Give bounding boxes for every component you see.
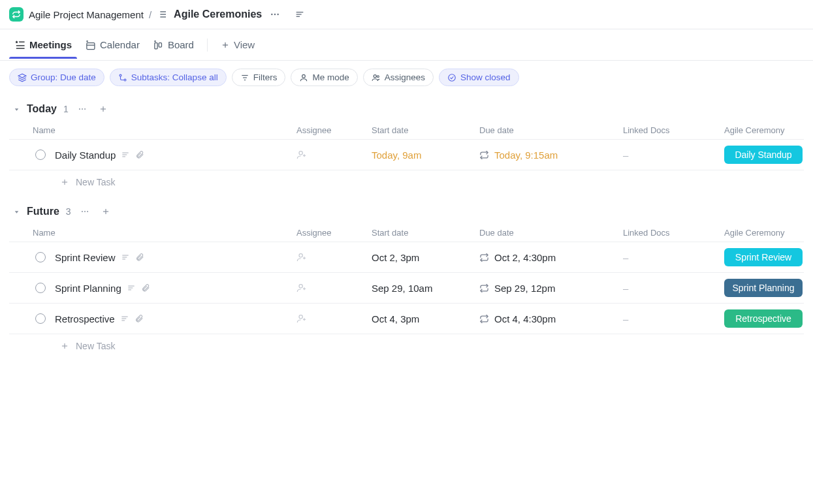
group-count: 3 [66,206,71,217]
tab-label: Board [168,39,194,50]
svg-point-48 [87,211,88,212]
filter-label: Subtasks: Collapse all [131,72,218,82]
col-name[interactable]: Name [9,228,296,238]
linked-docs[interactable]: – [623,313,724,324]
group-add-icon[interactable] [96,102,110,116]
chevron-down-icon[interactable] [13,106,20,113]
plus-icon [60,178,69,187]
col-start[interactable]: Start date [372,228,479,238]
task-name[interactable]: Sprint Planning [55,283,121,294]
svg-point-34 [84,108,86,110]
status-circle-icon[interactable] [35,252,46,262]
attachment-icon[interactable] [141,283,150,292]
svg-rect-17 [155,43,157,49]
col-start[interactable]: Start date [372,125,479,135]
ceremony-badge[interactable]: Sprint Planning [724,279,803,297]
task-name[interactable]: Daily Standup [55,150,116,161]
more-options-icon[interactable] [267,7,283,22]
breadcrumb-project[interactable]: Agile Project Management [29,9,144,20]
linked-docs[interactable]: – [623,252,724,263]
svg-marker-21 [18,74,26,78]
ceremony-badge[interactable]: Sprint Review [724,248,803,266]
task-name[interactable]: Sprint Review [55,252,116,263]
attachment-icon[interactable] [135,150,144,159]
col-due[interactable]: Due date [479,228,623,238]
due-date[interactable]: Today, 9:15am [494,150,558,161]
description-icon[interactable] [127,283,136,292]
group-add-icon[interactable] [99,204,113,219]
tab-board[interactable]: Board [148,31,199,58]
description-icon[interactable] [121,150,130,159]
attachment-icon[interactable] [135,253,144,262]
assignee-cell[interactable] [296,283,372,293]
filter-subtasks[interactable]: Subtasks: Collapse all [110,69,227,86]
breadcrumb-page[interactable]: Agile Ceremonies [174,8,262,20]
col-linked[interactable]: Linked Docs [623,228,724,238]
new-task-button[interactable]: New Task [9,334,804,354]
task-row[interactable]: Sprint Planning Sep 29, 10am Sep 29, 12p… [9,272,804,303]
due-date[interactable]: Sep 29, 12pm [494,283,555,294]
add-view-button[interactable]: View [215,31,260,58]
group-more-icon[interactable] [78,204,92,219]
plus-icon [221,40,230,50]
start-date[interactable]: Today, 9am [372,150,479,161]
due-date[interactable]: Oct 2, 4:30pm [494,252,556,263]
svg-point-33 [82,108,83,110]
col-assignee[interactable]: Assignee [296,125,372,135]
ceremony-badge[interactable]: Daily Standup [724,146,803,164]
col-assignee[interactable]: Assignee [296,228,372,238]
svg-rect-15 [87,43,95,50]
filter-assignees[interactable]: Assignees [363,69,434,86]
filter-memode[interactable]: Me mode [291,69,357,86]
group-more-icon[interactable] [75,102,89,116]
assignee-cell[interactable] [296,313,372,324]
start-date[interactable]: Oct 4, 3pm [372,313,479,324]
layers-icon [18,73,27,82]
linked-docs[interactable]: – [623,150,724,161]
start-date[interactable]: Sep 29, 10am [372,283,479,294]
col-due[interactable]: Due date [479,125,623,135]
assignee-cell[interactable] [296,150,372,160]
col-ceremony[interactable]: Agile Ceremony [724,125,813,135]
task-row[interactable]: Retrospective Oct 4, 3pm Oct 4, 4:30pm –… [9,303,804,334]
tab-label: Calendar [100,39,140,50]
filter-showclosed[interactable]: Show closed [439,69,519,86]
svg-point-6 [271,14,272,15]
svg-point-60 [299,285,302,288]
format-icon[interactable] [292,7,308,22]
task-name[interactable]: Retrospective [55,313,115,324]
group-title[interactable]: Future [27,206,59,217]
new-task-button[interactable]: New Task [9,170,804,190]
filter-group[interactable]: Group: Due date [9,69,104,86]
svg-point-66 [299,315,302,319]
assignee-cell[interactable] [296,252,372,262]
filter-filters[interactable]: Filters [232,69,286,86]
tab-calendar[interactable]: Calendar [80,31,145,58]
list-icon [157,9,167,20]
svg-point-30 [449,74,456,81]
new-task-label: New Task [76,341,115,351]
svg-point-46 [82,211,83,212]
ceremony-badge[interactable]: Retrospective [724,309,803,328]
attachment-icon[interactable] [135,314,144,323]
svg-rect-18 [159,43,161,47]
start-date[interactable]: Oct 2, 3pm [372,252,479,263]
tab-separator [207,39,208,52]
description-icon[interactable] [120,314,129,323]
col-linked[interactable]: Linked Docs [623,125,724,135]
status-circle-icon[interactable] [35,283,46,293]
due-date[interactable]: Oct 4, 4:30pm [494,313,556,324]
task-row[interactable]: Daily Standup Today, 9am Today, 9:15am –… [9,139,804,170]
description-icon[interactable] [121,253,130,262]
filter-label: Filters [253,72,278,82]
group-title[interactable]: Today [27,103,57,115]
col-ceremony[interactable]: Agile Ceremony [724,228,813,238]
status-circle-icon[interactable] [35,313,46,324]
chevron-down-icon[interactable] [13,208,20,215]
tab-meetings[interactable]: Meetings [9,31,77,58]
task-row[interactable]: Sprint Review Oct 2, 3pm Oct 2, 4:30pm –… [9,242,804,272]
col-name[interactable]: Name [9,125,296,135]
status-circle-icon[interactable] [35,150,46,160]
linked-docs[interactable]: – [623,283,724,294]
svg-point-8 [278,14,279,15]
